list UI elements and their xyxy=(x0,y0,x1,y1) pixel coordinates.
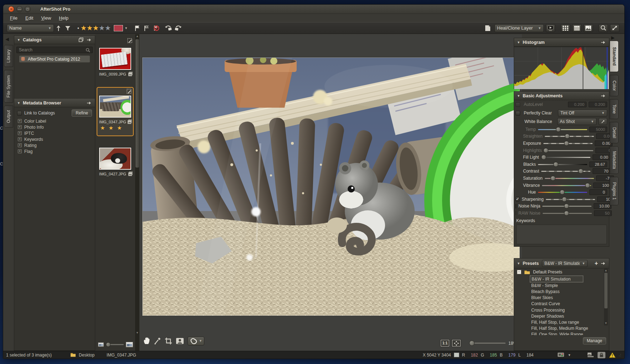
highlights-slider[interactable] xyxy=(544,148,593,153)
tint-dropdown[interactable]: Tint Off▼ xyxy=(558,109,607,117)
expand-plus-icon[interactable]: + xyxy=(18,137,22,141)
redo-button[interactable] xyxy=(173,24,183,32)
titlebar[interactable]: ✕ — ▢ AfterShot Pro xyxy=(3,5,624,14)
tab-library[interactable]: Library xyxy=(4,45,13,67)
presets-header[interactable]: ▼ Presets B&W - IR Simulation▼ + xyxy=(514,258,609,268)
vibrance-slider[interactable] xyxy=(542,183,591,188)
window-minimize-button[interactable]: — xyxy=(16,6,22,12)
tab-metadata[interactable]: Metadata xyxy=(610,146,619,174)
preset-item[interactable]: B&W - Simple xyxy=(530,282,609,288)
keywords-input[interactable] xyxy=(516,225,607,244)
rating-none-button[interactable]: • xyxy=(76,25,81,31)
preset-item[interactable]: Fill, Half Stop, Medium Range xyxy=(530,325,609,332)
flag-clear-button[interactable] xyxy=(151,24,160,32)
lock-icon[interactable] xyxy=(598,352,605,358)
zoom-fit-button[interactable] xyxy=(452,340,461,347)
noise-ninja-checkbox[interactable] xyxy=(516,204,516,209)
preset-item[interactable]: Bluer Skies xyxy=(530,295,609,301)
resize-grip[interactable]: .: xyxy=(619,353,621,357)
tab-standard[interactable]: Standard xyxy=(610,41,619,72)
slider-knob[interactable] xyxy=(553,162,558,167)
contrast-slider[interactable] xyxy=(541,169,590,174)
tab-output[interactable]: Output xyxy=(4,106,13,128)
thumbnail-image[interactable] xyxy=(99,48,131,70)
noise-ninja-value[interactable]: 10.00 xyxy=(594,203,611,209)
sort-ascending-button[interactable] xyxy=(54,24,63,32)
manage-presets-button[interactable]: Manage xyxy=(583,337,606,344)
chevron-down-icon[interactable]: ▼ xyxy=(199,339,202,343)
slider-knob[interactable] xyxy=(564,204,569,209)
slideshow-button[interactable] xyxy=(546,24,555,32)
thumbnail-card[interactable]: IMG_0099.JPG xyxy=(97,37,134,83)
preset-item[interactable]: Fill, One Stop, Wide Range xyxy=(530,332,609,335)
raw-noise-slider[interactable] xyxy=(543,211,592,216)
expand-plus-icon[interactable]: + xyxy=(18,131,22,135)
link-to-catalogs-checkbox[interactable] xyxy=(17,111,22,116)
chevron-down-icon[interactable]: ▼ xyxy=(568,353,571,357)
temp-value[interactable]: 5000 xyxy=(589,127,607,132)
pan-hand-tool[interactable] xyxy=(143,337,150,345)
thumbnail-image[interactable] xyxy=(99,148,131,170)
slider-knob[interactable] xyxy=(585,183,590,188)
preset-item[interactable]: Contrast Curve xyxy=(530,301,609,307)
saturation-slider[interactable] xyxy=(545,176,594,181)
magnifier-button[interactable] xyxy=(599,24,608,32)
preset-item[interactable]: Cross Processing xyxy=(530,307,609,313)
image-info-icon[interactable] xyxy=(587,352,594,358)
collapse-right-panel-icon[interactable]: ▶ xyxy=(611,35,615,40)
slider-knob[interactable] xyxy=(564,211,569,216)
blacks-slider[interactable] xyxy=(538,162,587,167)
exposure-slider[interactable] xyxy=(543,141,593,146)
collapse-triangle-icon[interactable]: ▼ xyxy=(517,262,520,265)
rating-star-5[interactable]: ★ xyxy=(105,25,111,31)
undo-button[interactable] xyxy=(164,24,173,32)
catalog-item[interactable]: AfterShot Pro Catalog 2012 xyxy=(19,56,90,62)
layer-selector-dropdown[interactable]: Heal/Clone Layer▼ xyxy=(495,24,544,32)
thumb-size-small-icon[interactable] xyxy=(98,342,104,347)
soft-proofing-icon[interactable] xyxy=(557,352,564,358)
thumbnail-card-selected[interactable]: IMG_0347.JPG ★ ★ ★ xyxy=(97,87,134,136)
contrast-value[interactable]: 70 xyxy=(593,168,610,174)
meta-tree-rating[interactable]: +Rating xyxy=(14,142,95,148)
flag-reject-button[interactable] xyxy=(142,24,151,32)
new-layer-icon[interactable] xyxy=(483,24,492,32)
pin-panel-icon[interactable] xyxy=(601,94,606,98)
collapse-triangle-icon[interactable]: ▼ xyxy=(517,94,520,98)
thumbnail-view-button[interactable] xyxy=(561,24,570,32)
thumbnail-image[interactable] xyxy=(99,96,131,118)
pin-panel-icon[interactable] xyxy=(601,261,606,266)
expand-plus-icon[interactable]: + xyxy=(18,125,22,129)
rating-star-3[interactable]: ★ xyxy=(93,25,99,31)
hue-value[interactable]: 0 xyxy=(589,189,607,195)
collapse-left-panel-icon[interactable]: ◀ xyxy=(5,36,9,42)
menu-edit[interactable]: Edit xyxy=(22,15,36,21)
image-view-button[interactable] xyxy=(584,24,593,32)
zoom-1to1-button[interactable]: 1:1 xyxy=(441,340,449,347)
catalog-search-input[interactable]: Search xyxy=(16,47,93,53)
white-balance-picker-button[interactable] xyxy=(599,118,607,125)
temp-slider[interactable] xyxy=(538,127,587,132)
slider-knob[interactable] xyxy=(556,127,561,132)
slider-knob[interactable] xyxy=(578,169,583,174)
pin-panel-icon[interactable] xyxy=(87,101,92,105)
collapse-minus-icon[interactable]: − xyxy=(517,270,521,274)
chevron-down-icon[interactable]: ▼ xyxy=(123,26,129,30)
expand-plus-icon[interactable]: + xyxy=(18,149,22,153)
rating-star-4[interactable]: ★ xyxy=(99,25,105,31)
scroll-up-icon[interactable]: ▲ xyxy=(135,34,139,39)
raw-noise-value[interactable]: 50 xyxy=(594,210,612,216)
image-canvas[interactable]: ▼ 1:1 18% xyxy=(139,34,522,351)
collapse-triangle-icon[interactable]: ▼ xyxy=(17,101,20,105)
filmstrip-scrollbar[interactable]: ▲ ▼ xyxy=(135,34,139,351)
preset-item[interactable]: Bleach Bypass xyxy=(530,288,609,294)
meta-tree-iptc[interactable]: +IPTC xyxy=(14,130,95,136)
slider-knob[interactable] xyxy=(565,134,570,139)
autolevel-value-1[interactable]: 0.200 xyxy=(568,102,587,107)
meta-tree-keywords[interactable]: +Keywords xyxy=(14,136,95,142)
expand-plus-icon[interactable]: + xyxy=(18,119,22,123)
thumb-size-slider[interactable] xyxy=(107,344,124,345)
menu-help[interactable]: Help xyxy=(56,15,72,21)
eyedropper-tool[interactable] xyxy=(154,337,161,345)
meta-tree-flag[interactable]: +Flag xyxy=(14,148,95,154)
tab-file-system[interactable]: File System xyxy=(4,70,13,103)
